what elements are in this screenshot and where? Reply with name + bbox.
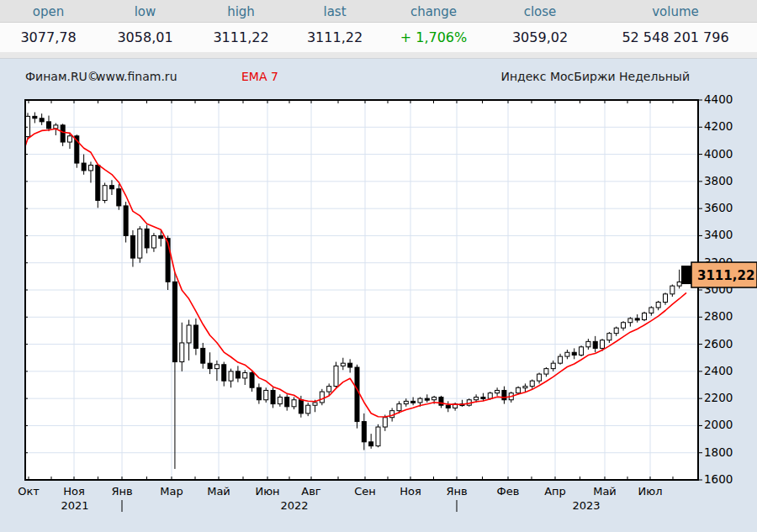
- candle-body: [551, 363, 555, 368]
- candle-body: [537, 374, 542, 381]
- candle-body: [383, 418, 387, 427]
- x-axis-year-label: 2021: [61, 499, 88, 512]
- candle-body: [285, 398, 289, 407]
- candle-body: [411, 401, 416, 403]
- candle-body: [124, 206, 128, 236]
- x-axis-month-label: Июн: [255, 485, 279, 498]
- candle-body: [243, 372, 247, 377]
- candle-body: [193, 325, 198, 348]
- stat-label-close: close: [486, 0, 594, 22]
- candle-body: [362, 422, 366, 442]
- site-url[interactable]: www.finam.ru: [96, 70, 177, 83]
- candle-body: [348, 363, 352, 367]
- candle-body: [292, 400, 296, 407]
- candle-body: [418, 398, 422, 403]
- candle-body: [306, 405, 310, 413]
- candle-body: [530, 381, 534, 386]
- y-axis-label: 2400: [704, 364, 733, 377]
- stat-value-open: 3077,78: [0, 23, 97, 52]
- x-axis-month-label: Мар: [160, 485, 183, 498]
- stats-chart-divider: [0, 52, 757, 59]
- candle-body: [33, 116, 37, 118]
- ema-indicator-label: EMA 7: [241, 70, 278, 83]
- stat-label-open: open: [0, 0, 97, 22]
- y-axis-label: 2200: [704, 391, 733, 404]
- candle-body: [67, 136, 71, 142]
- x-axis-month-label: Май: [207, 485, 230, 498]
- stat-label-change: change: [381, 0, 486, 22]
- y-axis-label: 2600: [704, 337, 733, 350]
- stat-label-low: low: [97, 0, 193, 22]
- candle-body: [439, 398, 443, 406]
- candle-body: [250, 372, 254, 387]
- candle-body: [544, 369, 548, 374]
- candle-body: [656, 303, 660, 308]
- candle-body: [635, 319, 639, 320]
- candle-body: [229, 371, 233, 381]
- x-axis-month-label: Июл: [638, 485, 663, 498]
- stat-value-close: 3059,02: [486, 23, 594, 52]
- candle-body: [425, 398, 429, 400]
- chart-title: Индекс МосБиржи Недельный: [500, 70, 690, 83]
- candle-body: [271, 390, 275, 403]
- y-axis-label: 1800: [704, 445, 733, 459]
- candle-body: [320, 392, 324, 403]
- candle-body: [180, 343, 184, 362]
- x-axis-year-label: 2023: [572, 499, 600, 512]
- candle-body: [593, 341, 597, 348]
- candle-body: [103, 186, 107, 201]
- candle-body: [96, 165, 100, 200]
- candle-body: [145, 229, 149, 248]
- stat-label-last: last: [289, 0, 381, 22]
- candle-body: [82, 163, 86, 171]
- candle-body: [327, 387, 331, 392]
- y-axis-label: 3600: [704, 201, 733, 214]
- candle-body: [601, 340, 605, 349]
- candle-body: [649, 308, 654, 313]
- candle-body: [628, 319, 633, 323]
- stat-value-low: 3058,01: [97, 23, 193, 52]
- last-price-marker: [681, 266, 691, 284]
- candle-body: [670, 286, 675, 294]
- x-axis-month-label: Окт: [18, 485, 40, 498]
- x-axis-month-label: Ноя: [400, 485, 421, 498]
- candle-body: [46, 122, 50, 129]
- candle-body: [236, 371, 240, 378]
- x-axis-month-label: Ноя: [63, 485, 85, 498]
- x-axis-year-label: 2022: [280, 499, 308, 512]
- candle-body: [334, 366, 338, 386]
- candle-body: [572, 352, 576, 355]
- candle-body: [299, 400, 303, 413]
- x-axis-month-label: Май: [593, 485, 617, 498]
- candle-body: [172, 282, 177, 361]
- y-axis-label: 2000: [704, 418, 733, 431]
- candle-body: [159, 235, 163, 238]
- candle-body: [40, 119, 44, 122]
- candle-body: [278, 398, 282, 404]
- candle-body: [677, 282, 681, 286]
- candle-body: [481, 398, 485, 399]
- candle-body: [341, 363, 345, 366]
- candle-body: [369, 442, 373, 446]
- y-axis-label: 3800: [704, 174, 733, 187]
- candle-body: [187, 325, 191, 343]
- x-axis-month-label: Авг: [301, 485, 321, 498]
- y-axis-label: 3400: [704, 228, 733, 241]
- candle-body: [201, 348, 205, 363]
- x-axis-month-label: Янв: [111, 485, 132, 498]
- candle-body: [607, 334, 611, 340]
- candle-body: [88, 165, 93, 170]
- x-axis-month-label: Янв: [446, 485, 467, 498]
- candle-body: [264, 390, 268, 399]
- stats-values-row: 3077,78 3058,01 3111,22 3111,22 + 1,706%…: [0, 23, 757, 52]
- chart-titlebar: Финам.RU© www.finam.ru EMA 7 Индекс МосБ…: [0, 70, 757, 87]
- candle-body: [432, 398, 437, 400]
- last-price-label-text: 3111,22: [697, 268, 754, 283]
- candle-body: [26, 116, 30, 136]
- candle-body: [138, 229, 142, 258]
- candle-body: [523, 387, 527, 388]
- candle-body: [664, 294, 668, 303]
- candle-body: [404, 401, 408, 403]
- y-axis-label: 2800: [704, 309, 733, 323]
- candle-body: [586, 341, 590, 346]
